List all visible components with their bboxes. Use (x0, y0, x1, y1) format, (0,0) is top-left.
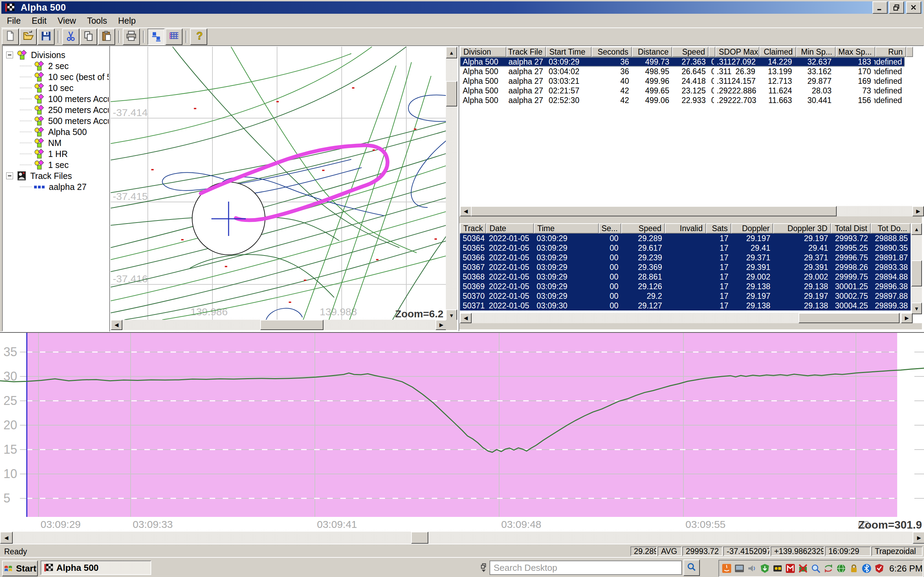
column-header[interactable]: Track File (506, 47, 546, 57)
points-horizontal-scrollbar[interactable]: ◀ ▶ (460, 313, 911, 323)
column-header[interactable]: Tot Do... (871, 223, 911, 234)
table-row[interactable]: 503672022-01-0503:09:290029.3691729.3912… (460, 263, 911, 272)
column-header[interactable]: Invalid (665, 223, 706, 234)
column-header[interactable] (709, 47, 716, 57)
tree-item-100-meters-accum[interactable]: 100 meters Accum (20, 93, 108, 105)
copy-button[interactable] (80, 29, 97, 45)
column-header[interactable]: Total Dist (831, 223, 871, 234)
scroll-left-button[interactable]: ◀ (460, 313, 472, 323)
scroll-left-button[interactable]: ◀ (0, 532, 13, 544)
tree-item-nm[interactable]: NM (20, 137, 61, 148)
table-row[interactable]: 503662022-01-0503:09:290029.2391729.3712… (460, 253, 911, 263)
column-header[interactable]: Track (460, 223, 486, 234)
column-header[interactable]: Claimed (759, 47, 796, 57)
automation-icon[interactable] (772, 563, 783, 574)
column-header[interactable]: Distance (632, 47, 672, 57)
taskbar-task-alpha500[interactable]: Alpha 500 (40, 561, 151, 575)
scroll-right-button[interactable]: ▶ (901, 313, 913, 323)
scrollbar-thumb[interactable] (798, 313, 900, 323)
collapse-icon[interactable] (6, 172, 13, 179)
table-row[interactable]: 503712022-01-0503:09:300029.1271729.1382… (460, 301, 911, 311)
table-row[interactable]: Alpha 500aalpha 2702:52:3042499.0622.933… (460, 95, 905, 105)
java-icon[interactable] (722, 563, 732, 574)
new-button[interactable] (2, 29, 19, 45)
tree-item-alpha-500[interactable]: Alpha 500 (20, 126, 87, 137)
scroll-left-button[interactable]: ◀ (111, 320, 123, 330)
mcafee-icon[interactable] (785, 563, 795, 574)
table-row[interactable]: 503652022-01-0503:09:290029.6171729.4129… (460, 243, 911, 253)
tree-root-divisions[interactable]: Divisions (6, 50, 65, 60)
tree-item-2-sec[interactable]: 2 sec (20, 60, 69, 71)
scrollbar-thumb[interactable] (911, 260, 922, 287)
points-vertical-scrollbar[interactable]: ▲ ▼ (911, 223, 922, 313)
column-header[interactable]: Doppler 3D (773, 223, 831, 234)
table-row[interactable]: 503642022-01-0503:09:290029.2891729.1972… (460, 234, 911, 243)
table-row[interactable]: 503682022-01-0503:09:290028.8611729.0022… (460, 272, 911, 282)
menu-file[interactable]: File (2, 15, 26, 27)
scrollbar-thumb[interactable] (446, 81, 457, 106)
help-button[interactable]: ? (190, 29, 207, 45)
column-header[interactable]: Division (460, 47, 506, 57)
table-row[interactable]: Alpha 500aalpha 2702:21:5742499.6523.125… (460, 86, 905, 95)
title-bar[interactable]: Alpha 500 (2, 2, 922, 14)
graph-horizontal-scrollbar[interactable]: ◀ ▶ (0, 532, 924, 544)
table-row[interactable]: Alpha 500aalpha 2703:03:2140499.9624.418… (460, 76, 905, 86)
scrollbar-thumb[interactable] (471, 206, 837, 216)
tree-root-track-files[interactable]: Track Files (6, 170, 72, 181)
collapse-icon[interactable] (6, 52, 13, 58)
scroll-up-button[interactable]: ▲ (911, 223, 922, 235)
column-header[interactable]: Run (875, 47, 906, 57)
volume-icon[interactable] (747, 563, 757, 574)
scroll-down-button[interactable]: ▼ (911, 303, 922, 314)
scroll-up-button[interactable]: ▲ (446, 47, 457, 58)
close-button[interactable] (906, 2, 921, 14)
save-button[interactable] (37, 29, 55, 45)
search-input[interactable] (489, 561, 682, 575)
search-button[interactable] (683, 559, 700, 576)
scroll-left-button[interactable]: ◀ (460, 206, 472, 216)
tree-item-1-sec[interactable]: 1 sec (20, 160, 69, 170)
panel-splitter[interactable] (459, 216, 922, 223)
column-header[interactable]: Max Sp... (836, 47, 875, 57)
scroll-right-button[interactable]: ▶ (913, 532, 924, 544)
paste-button[interactable] (98, 29, 115, 45)
menu-view[interactable]: View (52, 15, 81, 27)
no-network-icon[interactable] (798, 563, 808, 574)
table-row[interactable]: 503702022-01-0503:09:290029.21729.19729.… (460, 291, 911, 301)
vm-icon[interactable] (734, 563, 745, 574)
bluetooth-icon[interactable] (861, 563, 872, 574)
column-header[interactable]: Sats (706, 223, 731, 234)
lock-icon[interactable] (849, 563, 859, 574)
column-header[interactable]: Seconds (591, 47, 632, 57)
network-globe-icon[interactable] (836, 563, 846, 574)
minimize-button[interactable] (872, 2, 888, 14)
speed-graph-panel[interactable]: 353025201510503:09:2903:09:3303:09:4103:… (0, 331, 924, 532)
grid-view-button[interactable] (165, 29, 183, 45)
results-horizontal-scrollbar[interactable]: ◀ ▶ (460, 206, 922, 216)
column-header[interactable]: Speed (672, 47, 709, 57)
print-button[interactable] (123, 29, 140, 45)
column-header[interactable]: Min Sp... (796, 47, 836, 57)
update-shield-icon[interactable] (760, 563, 770, 574)
points-toggle-button[interactable] (147, 29, 165, 45)
table-row[interactable]: Alpha 500aalpha 2703:09:2936499.7327.363… (460, 57, 905, 67)
tree-item-10-sec[interactable]: 10 sec (20, 82, 74, 93)
cut-button[interactable] (62, 29, 79, 45)
column-header[interactable]: Doppler (731, 223, 773, 234)
scroll-right-button[interactable]: ▶ (436, 320, 447, 330)
table-row[interactable]: Alpha 500aalpha 2703:04:0236498.9526.645… (460, 67, 905, 76)
tree-item-10-sec-best-of-5-[interactable]: 10 sec (best of 5) (20, 71, 108, 82)
tree-item-250-meters-accum[interactable]: 250 meters Accum (20, 105, 108, 115)
speed-graph-canvas[interactable]: 353025201510503:09:2903:09:3303:09:4103:… (0, 331, 924, 532)
start-button[interactable]: Start (2, 561, 38, 576)
tree-item-aalpha-27[interactable]: aalpha 27 (20, 181, 87, 192)
map-horizontal-scrollbar[interactable]: ◀ ▶ (111, 320, 446, 330)
scroll-right-button[interactable]: ▶ (912, 206, 924, 216)
open-button[interactable] (19, 29, 37, 45)
security-shield-icon[interactable] (874, 563, 884, 574)
tree-item-1-hr[interactable]: 1 HR (20, 148, 68, 160)
column-header[interactable]: SDOP Max (716, 47, 759, 57)
sync-icon[interactable] (823, 563, 834, 574)
menu-tools[interactable]: Tools (81, 15, 112, 27)
menu-edit[interactable]: Edit (26, 15, 52, 27)
